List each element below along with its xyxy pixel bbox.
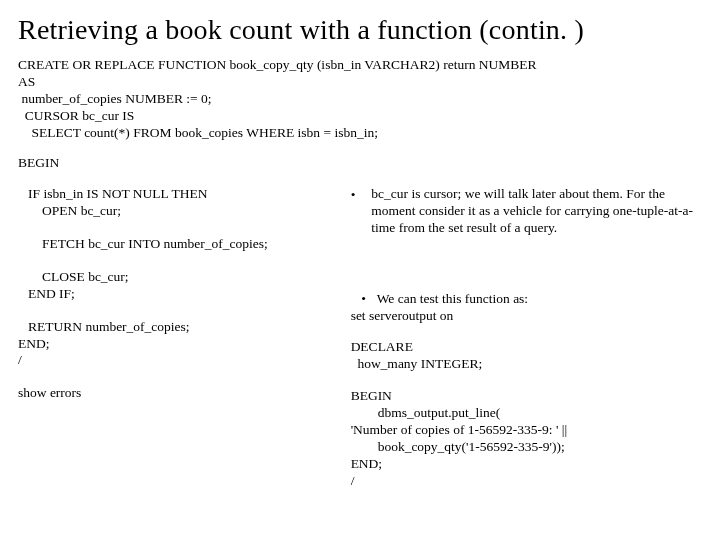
slide-title: Retrieving a book count with a function … bbox=[18, 12, 702, 47]
code-line: END; bbox=[18, 336, 333, 353]
code-line: AS bbox=[18, 74, 702, 91]
code-line: book_copy_qty('1-56592-335-9')); bbox=[351, 439, 702, 456]
code-line: FETCH bc_cur INTO number_of_copies; bbox=[18, 236, 333, 253]
code-line: dbms_output.put_line( bbox=[351, 405, 702, 422]
begin-test-block: BEGIN dbms_output.put_line( 'Number of c… bbox=[351, 388, 702, 489]
code-line: CLOSE bc_cur; bbox=[18, 269, 333, 286]
right-notes-column: • bc_cur is cursor; we will talk later a… bbox=[351, 186, 702, 505]
code-line: 'Number of copies of 1-56592-335-9: ' || bbox=[351, 422, 702, 439]
code-line: OPEN bc_cur; bbox=[18, 203, 333, 220]
code-line: SELECT count(*) FROM book_copies WHERE i… bbox=[18, 125, 702, 142]
code-line: show errors bbox=[18, 385, 333, 402]
declare-block: DECLARE how_many INTEGER; bbox=[351, 339, 702, 373]
bullet-text: bc_cur is cursor; we will talk later abo… bbox=[371, 186, 702, 237]
bullet-text: We can test this function as: bbox=[377, 291, 529, 306]
code-line: BEGIN bbox=[351, 388, 702, 405]
code-block: RETURN number_of_copies; END; / bbox=[18, 319, 333, 370]
code-block: FETCH bc_cur INTO number_of_copies; bbox=[18, 236, 333, 253]
bullet-icon: • bbox=[351, 186, 356, 204]
begin-keyword: BEGIN bbox=[18, 155, 702, 172]
code-line: CURSOR bc_cur IS bbox=[18, 108, 702, 125]
code-line: END; bbox=[351, 456, 702, 473]
bullet-icon: • bbox=[351, 291, 377, 308]
bullet-item: •We can test this function as: set serve… bbox=[351, 291, 702, 325]
two-column-layout: IF isbn_in IS NOT NULL THEN OPEN bc_cur;… bbox=[18, 186, 702, 505]
code-line: CREATE OR REPLACE FUNCTION book_copy_qty… bbox=[18, 57, 702, 74]
code-line: RETURN number_of_copies; bbox=[18, 319, 333, 336]
code-block: IF isbn_in IS NOT NULL THEN OPEN bc_cur; bbox=[18, 186, 333, 220]
code-line: / bbox=[18, 352, 333, 369]
code-line: set serveroutput on bbox=[351, 308, 702, 325]
function-definition-code: CREATE OR REPLACE FUNCTION book_copy_qty… bbox=[18, 57, 702, 141]
code-line: END IF; bbox=[18, 286, 333, 303]
code-block: CLOSE bc_cur; END IF; bbox=[18, 269, 333, 303]
code-line: how_many INTEGER; bbox=[351, 356, 702, 373]
code-line: / bbox=[351, 473, 702, 490]
bullet-item: • bc_cur is cursor; we will talk later a… bbox=[351, 186, 702, 237]
code-line: number_of_copies NUMBER := 0; bbox=[18, 91, 702, 108]
code-line: IF isbn_in IS NOT NULL THEN bbox=[18, 186, 333, 203]
left-code-column: IF isbn_in IS NOT NULL THEN OPEN bc_cur;… bbox=[18, 186, 333, 505]
code-block: show errors bbox=[18, 385, 333, 402]
code-line: DECLARE bbox=[351, 339, 702, 356]
